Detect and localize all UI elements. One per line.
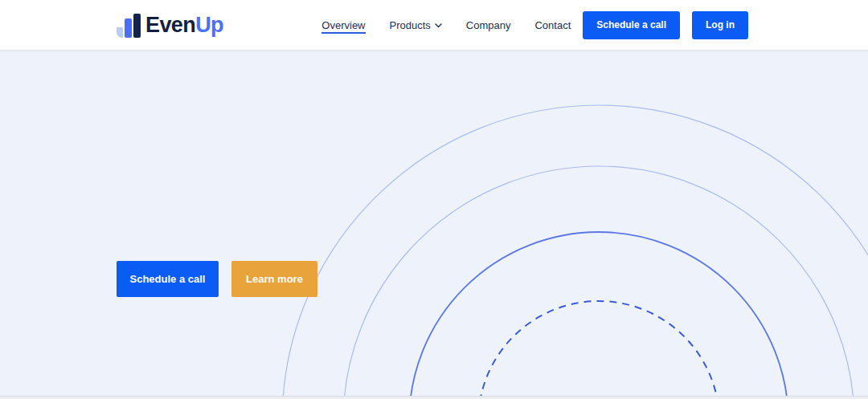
hero-section: Schedule a call Learn more [0, 50, 868, 399]
nav-item-contact-label: Contact [534, 19, 571, 31]
logo-bar-navy [133, 14, 141, 38]
logo-bar-blue [125, 18, 132, 38]
nav-item-company[interactable]: Company [466, 16, 511, 34]
site-header: EvenUp Overview Products Company Contact… [0, 0, 868, 50]
brand-text-up: Up [195, 13, 223, 37]
schedule-call-button-hero[interactable]: Schedule a call [117, 261, 219, 297]
arc-second [343, 166, 854, 399]
hero-cta-group: Schedule a call Learn more [117, 261, 317, 297]
next-section-edge [0, 396, 868, 399]
nav-item-contact[interactable]: Contact [534, 16, 571, 34]
nav-item-overview-label: Overview [321, 19, 365, 31]
login-button[interactable]: Log in [692, 11, 748, 39]
chevron-down-icon [435, 22, 442, 29]
nav-item-products[interactable]: Products [390, 16, 442, 34]
nav-item-overview[interactable]: Overview [321, 16, 365, 34]
schedule-call-button-header[interactable]: Schedule a call [583, 11, 680, 39]
main-nav: Overview Products Company Contact [321, 16, 571, 34]
evenup-logo[interactable]: EvenUp [117, 13, 223, 38]
learn-more-button[interactable]: Learn more [231, 261, 317, 297]
arc-dashed [478, 301, 719, 399]
nav-item-company-label: Company [466, 19, 511, 31]
header-actions: Schedule a call Log in [583, 11, 748, 39]
logo-bar-light [117, 27, 123, 38]
nav-item-products-label: Products [390, 19, 431, 31]
arc-bright [409, 232, 788, 399]
arc-outer [282, 105, 868, 399]
evenup-logo-icon [117, 13, 141, 38]
brand-text-even: Even [145, 13, 195, 37]
concentric-circles-graphic [0, 50, 868, 399]
brand-wordmark: EvenUp [145, 14, 223, 36]
